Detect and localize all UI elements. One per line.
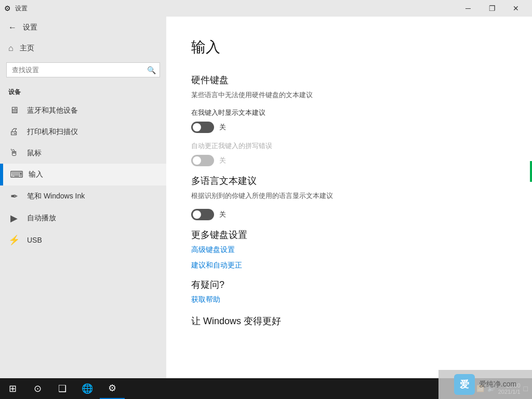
toggle2-knob xyxy=(193,156,201,165)
watermark: 爱 爱纯净.com xyxy=(438,370,532,399)
get-help-link[interactable]: 获取帮助 xyxy=(191,295,507,304)
title-bar-title: 设置 xyxy=(15,4,28,13)
sidebar-item-printer[interactable]: 🖨 打印机和扫描仪 xyxy=(0,121,166,142)
toggle3-row: 关 xyxy=(191,209,507,220)
sidebar-item-label-input: 输入 xyxy=(29,170,43,179)
hardware-section-sub: 某些语言中无法使用硬件键盘的文本建议 xyxy=(191,90,507,100)
close-button[interactable]: ✕ xyxy=(504,0,528,17)
suggestions-link[interactable]: 建议和自动更正 xyxy=(191,261,507,270)
search-button[interactable]: ⊙ xyxy=(25,378,50,399)
sidebar-item-label-autoplay: 自动播放 xyxy=(27,214,56,223)
multilang-section-heading: 多语言文本建议 xyxy=(191,175,507,187)
minimize-button[interactable]: ─ xyxy=(456,0,480,17)
toggle1-label: 在我键入时显示文本建议 xyxy=(191,108,507,117)
toggle1-setting: 在我键入时显示文本建议 关 xyxy=(191,108,507,133)
sidebar-item-label-pen: 笔和 Windows Ink xyxy=(27,192,85,201)
app-icon: ⚙ xyxy=(4,4,11,12)
task-view-icon: ❑ xyxy=(58,383,66,394)
sidebar-home-label: 主页 xyxy=(20,44,34,53)
search-icon: 🔍 xyxy=(147,66,156,74)
sidebar-item-label-bluetooth: 蓝牙和其他设备 xyxy=(27,106,78,115)
printer-icon: 🖨 xyxy=(8,126,20,137)
input-icon: ⌨ xyxy=(10,169,21,180)
autoplay-icon: ▶ xyxy=(8,212,20,224)
taskbar-app1[interactable]: 🌐 xyxy=(75,378,100,399)
watermark-logo: 爱 xyxy=(454,374,475,395)
title-bar-controls: ─ ❐ ✕ xyxy=(456,0,528,17)
sidebar-item-input[interactable]: ⌨ 输入 xyxy=(0,164,166,185)
toggle2-status: 关 xyxy=(219,156,226,165)
toggle1-switch[interactable] xyxy=(191,122,214,133)
app-container: ← 设置 ⌂ 主页 🔍 设备 🖥 蓝牙和其他设备 🖨 打印机和扫描仪 🖱 鼠标 … xyxy=(0,17,532,378)
sidebar-item-label-printer: 打印机和扫描仪 xyxy=(27,127,78,137)
toggle2-label: 自动更正我键入的拼写错误 xyxy=(191,141,507,151)
sidebar-item-bluetooth[interactable]: 🖥 蓝牙和其他设备 xyxy=(0,100,166,121)
toggle1-status: 关 xyxy=(219,123,226,132)
search-input[interactable] xyxy=(6,62,160,77)
start-button[interactable]: ⊞ xyxy=(0,378,25,399)
sidebar-item-usb[interactable]: ⚡ USB xyxy=(0,229,166,251)
sidebar-home-item[interactable]: ⌂ 主页 xyxy=(0,38,166,58)
sidebar-item-label-usb: USB xyxy=(27,236,42,244)
multilang-section-sub: 根据识别到的你键入所使用的语言显示文本建议 xyxy=(191,191,507,201)
task-view-button[interactable]: ❑ xyxy=(50,378,75,399)
sidebar-app-title: 设置 xyxy=(23,23,37,32)
start-icon: ⊞ xyxy=(9,383,17,394)
advanced-keyboard-link[interactable]: 高级键盘设置 xyxy=(191,245,507,255)
home-icon: ⌂ xyxy=(8,44,14,53)
toggle2-switch xyxy=(191,155,214,166)
back-button[interactable]: ← 设置 xyxy=(0,17,166,38)
sidebar-item-autoplay[interactable]: ▶ 自动播放 xyxy=(0,207,166,229)
mouse-icon: 🖱 xyxy=(8,148,20,158)
toggle2-row: 关 xyxy=(191,155,507,166)
sidebar: ← 设置 ⌂ 主页 🔍 设备 🖥 蓝牙和其他设备 🖨 打印机和扫描仪 🖱 鼠标 … xyxy=(0,17,166,378)
toggle1-row: 关 xyxy=(191,122,507,133)
hardware-section-heading: 硬件键盘 xyxy=(191,74,507,86)
bluetooth-icon: 🖥 xyxy=(8,105,20,116)
help-section: 有疑问? 获取帮助 xyxy=(191,278,507,304)
title-bar-left: ⚙ 设置 xyxy=(4,4,28,13)
toggle3-knob xyxy=(193,210,201,219)
content-area: 输入 硬件键盘 某些语言中无法使用硬件键盘的文本建议 在我键入时显示文本建议 关… xyxy=(166,17,532,378)
taskbar-search-icon: ⊙ xyxy=(34,383,42,394)
taskbar-settings-app[interactable]: ⚙ xyxy=(100,378,125,399)
sidebar-item-pen[interactable]: ✒ 笔和 Windows Ink xyxy=(0,185,166,207)
taskbar-settings-icon: ⚙ xyxy=(108,382,116,394)
back-arrow-icon: ← xyxy=(8,23,17,32)
toggle3-switch[interactable] xyxy=(191,209,214,220)
sidebar-item-label-mouse: 鼠标 xyxy=(27,149,42,158)
sidebar-search[interactable]: 🔍 xyxy=(6,62,160,77)
toggle2-setting: 自动更正我键入的拼写错误 关 xyxy=(191,141,507,166)
more-section-heading: 更多键盘设置 xyxy=(191,229,507,241)
sidebar-item-mouse[interactable]: 🖱 鼠标 xyxy=(0,142,166,164)
sidebar-section-label: 设备 xyxy=(0,82,166,100)
taskbar-app1-icon: 🌐 xyxy=(82,383,93,394)
watermark-text: 爱纯净.com xyxy=(479,380,516,389)
usb-icon: ⚡ xyxy=(8,234,20,246)
pen-icon: ✒ xyxy=(8,191,20,202)
maximize-button[interactable]: ❐ xyxy=(480,0,504,17)
question-title: 有疑问? xyxy=(191,278,507,291)
toggle1-knob xyxy=(193,123,201,131)
toggle3-status: 关 xyxy=(219,210,226,219)
bottom-text: 让 Windows 变得更好 xyxy=(191,315,507,327)
page-title: 输入 xyxy=(191,37,507,57)
green-bar-indicator xyxy=(530,161,532,182)
taskbar-left: ⊞ ⊙ ❑ 🌐 ⚙ xyxy=(0,378,125,399)
title-bar: ⚙ 设置 ─ ❐ ✕ xyxy=(0,0,532,17)
